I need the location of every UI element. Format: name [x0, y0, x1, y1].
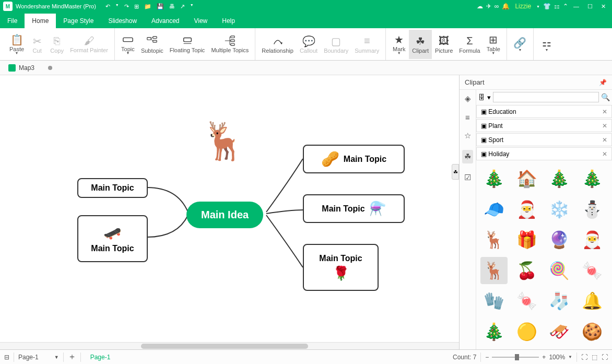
new-icon[interactable]: ⊞ [134, 3, 139, 10]
link-button[interactable]: 🔗▼ [510, 30, 530, 59]
fit-page-icon[interactable]: ⛶ [581, 354, 587, 361]
clipart-tab-icon[interactable]: ☘ [462, 150, 473, 163]
undo-icon[interactable]: ↶ [105, 3, 110, 10]
structure-button[interactable]: ⚏▼ [537, 30, 557, 59]
clip-candy-cane[interactable]: 🍬 [513, 287, 540, 314]
close-icon[interactable]: ✕ [602, 136, 607, 144]
clip-santa-hat[interactable]: 🎅 [513, 196, 540, 223]
menu-advanced[interactable]: Advanced [144, 14, 186, 28]
add-page-icon[interactable]: ＋ [68, 351, 76, 362]
maximize-icon[interactable]: ☐ [587, 3, 593, 10]
user-dropdown-icon[interactable]: ▼ [536, 5, 540, 8]
node-topic-3[interactable]: 🥜 Main Topic [303, 145, 405, 173]
redo-icon[interactable]: ↷ [124, 3, 129, 10]
close-icon[interactable]: ✕ [602, 122, 607, 130]
picture-button[interactable]: 🖼Picture [432, 30, 456, 59]
pin-icon[interactable]: 📌 [599, 79, 607, 86]
style-tab-icon[interactable]: ◈ [465, 94, 471, 103]
node-topic-1[interactable]: Main Topic [77, 178, 148, 198]
page-selector[interactable]: Page-1 [18, 354, 39, 361]
outline-view-icon[interactable]: ⊟ [4, 354, 9, 361]
close-icon[interactable]: ✕ [602, 150, 607, 158]
clip-santa[interactable]: 🎅 [579, 226, 606, 253]
menu-file[interactable]: File [0, 14, 25, 28]
undo-dropdown-icon[interactable]: ▼ [115, 3, 119, 10]
close-icon[interactable]: ✕ [601, 3, 606, 10]
panel-collapse-handle[interactable]: ☘ [452, 164, 459, 180]
clip-snowflake[interactable]: ❄️ [546, 196, 573, 223]
bell-icon[interactable]: 🔔 [502, 3, 510, 10]
save-icon[interactable]: 💾 [157, 3, 164, 10]
floating-topic-button[interactable]: Floating Topic [167, 30, 208, 59]
cloud-icon[interactable]: ☁ [477, 3, 483, 10]
clip-snowman[interactable]: ⛄ [579, 196, 606, 223]
relationship-button[interactable]: Relationship [258, 30, 297, 59]
clip-house[interactable]: 🏠 [513, 165, 540, 192]
print-icon[interactable]: 🖶 [169, 3, 175, 10]
document-tab[interactable]: Map3 [3, 62, 57, 74]
page-tab[interactable]: Page-1 [85, 354, 116, 361]
category-holiday[interactable]: ▣ Holiday✕ [476, 147, 612, 160]
clip-antlers[interactable]: 🦌 [480, 226, 508, 253]
clip-beanie[interactable]: 🧢 [480, 196, 508, 223]
send-icon[interactable]: ✈ [486, 3, 491, 10]
task-tab-icon[interactable]: ☑ [464, 173, 471, 182]
node-topic-4[interactable]: Main Topic ⚗️ [303, 194, 405, 223]
fit-width-icon[interactable]: ⬚ [592, 354, 597, 361]
summary-button[interactable]: ≡Summary [351, 30, 382, 59]
expand-icon[interactable]: ⌃ [563, 3, 568, 10]
clip-bell[interactable]: 🔔 [579, 287, 606, 314]
callout-button[interactable]: 💬Callout [297, 30, 321, 59]
share-icon[interactable]: ∞ [495, 3, 499, 10]
boundary-button[interactable]: ▢Boundary [321, 30, 351, 59]
menu-slideshow[interactable]: Slideshow [101, 14, 144, 28]
canvas-clipart-deer[interactable]: 🦌 [201, 120, 246, 162]
category-education[interactable]: ▣ Education✕ [476, 105, 612, 118]
clip-deer[interactable]: 🦌 [480, 257, 508, 284]
table-button[interactable]: ⊞Table▼ [484, 30, 503, 59]
close-icon[interactable]: ✕ [602, 108, 607, 115]
canvas[interactable]: 🦌 Main Topic 🛹 Main Topic Main Idea 🥜 Ma… [0, 75, 459, 349]
page-dropdown-icon[interactable]: ▼ [54, 355, 59, 360]
clip-bauble[interactable]: 🟡 [513, 318, 540, 345]
menu-help[interactable]: Help [215, 14, 242, 28]
node-center[interactable]: Main Idea [186, 202, 263, 228]
clip-gift[interactable]: 🎁 [513, 226, 540, 253]
shirt-icon[interactable]: 👕 [543, 3, 551, 10]
clip-ornament[interactable]: 🎄 [546, 165, 573, 192]
zoom-slider[interactable] [492, 357, 539, 358]
clip-tree[interactable]: 🎄 [579, 165, 606, 192]
search-icon[interactable]: 🔍 [601, 93, 610, 101]
grid-icon[interactable]: ⚏ [554, 3, 560, 10]
clip-tree2[interactable]: 🎄 [480, 318, 508, 345]
clip-lollipop[interactable]: 🍭 [546, 257, 573, 284]
outline-tab-icon[interactable]: ≡ [465, 113, 470, 122]
clip-sleigh[interactable]: 🛷 [546, 318, 573, 345]
clip-snowglobe[interactable]: 🔮 [546, 226, 573, 253]
formula-button[interactable]: ΣFormula [456, 30, 483, 59]
clip-mitten[interactable]: 🧤 [480, 287, 508, 314]
export-icon[interactable]: ↗ [180, 3, 185, 10]
clip-candy[interactable]: 🍬 [579, 257, 606, 284]
zoom-out-icon[interactable]: − [485, 354, 489, 361]
cut-button[interactable]: ✂Cut [27, 30, 47, 59]
user-name[interactable]: Lizzie [515, 3, 531, 10]
clip-stocking[interactable]: 🧦 [546, 287, 573, 314]
menu-view[interactable]: View [186, 14, 215, 28]
node-topic-5[interactable]: Main Topic 🌹 [303, 244, 379, 291]
clipart-search-input[interactable] [493, 92, 599, 102]
horizontal-scrollbar[interactable] [0, 342, 459, 349]
clip-gingerbread[interactable]: 🍪 [579, 318, 606, 345]
zoom-dropdown-icon[interactable]: ▼ [568, 355, 572, 359]
clip-wreath[interactable]: 🎄 [480, 165, 508, 192]
star-tab-icon[interactable]: ☆ [464, 131, 471, 140]
mark-button[interactable]: ★Mark▼ [389, 30, 409, 59]
tab-close-icon[interactable] [48, 66, 52, 70]
clipart-button[interactable]: ☘Clipart [409, 30, 432, 59]
format-painter-button[interactable]: 🖌Format Painter [67, 30, 111, 59]
node-topic-2[interactable]: 🛹 Main Topic [77, 215, 148, 262]
menu-home[interactable]: Home [25, 14, 56, 28]
menu-page-style[interactable]: Page Style [56, 14, 101, 28]
qat-dropdown-icon[interactable]: ▼ [190, 3, 194, 10]
open-icon[interactable]: 📁 [144, 3, 151, 10]
